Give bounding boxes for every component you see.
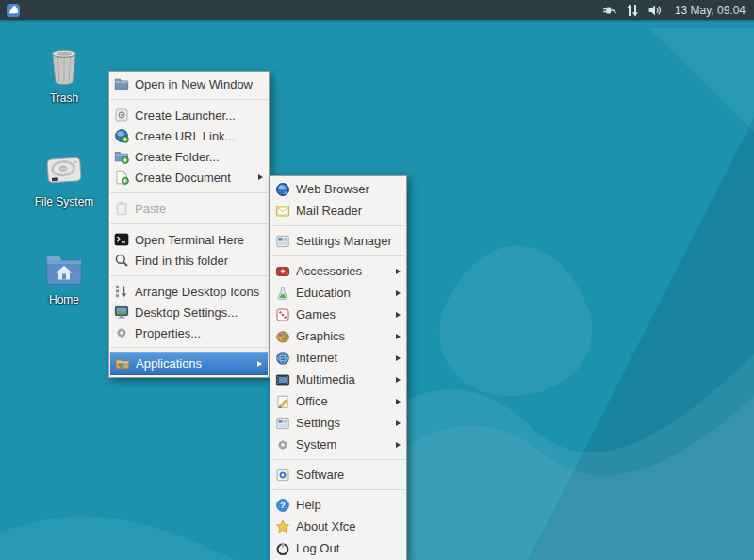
menu-item-games[interactable]: Games <box>270 304 406 325</box>
graphics-icon <box>275 329 290 344</box>
desktop-settings-icon <box>114 305 129 320</box>
menu-item-create-document[interactable]: Create Document <box>109 167 269 188</box>
menu-item-label: Internet <box>296 351 390 365</box>
menu-separator <box>110 275 268 276</box>
menu-item-label: About Xfce <box>296 519 401 534</box>
submenu-arrow-icon <box>396 355 401 361</box>
launcher-icon <box>114 107 129 123</box>
top-panel: 13 May, 09:04 <box>0 0 754 20</box>
power-plug-icon[interactable] <box>602 2 618 18</box>
menu-separator <box>110 99 268 100</box>
submenu-arrow-icon <box>396 442 401 448</box>
menu-separator <box>271 459 405 460</box>
menu-item-label: Log Out <box>296 541 401 555</box>
office-icon <box>275 394 290 409</box>
settings-manager-icon <box>275 234 290 249</box>
menu-separator <box>110 192 268 193</box>
menu-item-create-url-link[interactable]: Create URL Link... <box>109 125 269 146</box>
education-icon <box>275 286 290 301</box>
menu-item-office[interactable]: Office <box>270 390 406 412</box>
panel-clock[interactable]: 13 May, 09:04 <box>675 4 746 17</box>
submenu-arrow-icon <box>396 312 401 318</box>
new-document-icon <box>114 170 129 185</box>
about-xfce-icon <box>275 519 290 535</box>
software-icon <box>275 468 290 483</box>
menu-item-label: Settings <box>296 416 390 430</box>
desktop-icon-trash[interactable]: Trash <box>34 45 94 105</box>
menu-item-mail-reader[interactable]: Mail Reader <box>270 200 406 222</box>
settings-icon <box>275 416 290 431</box>
submenu-arrow-icon <box>396 334 401 339</box>
menu-item-label: Create Launcher... <box>135 108 263 123</box>
system-icon <box>275 437 290 453</box>
arrange-icons-icon <box>114 284 129 299</box>
menu-separator <box>271 489 405 490</box>
search-icon <box>114 253 129 268</box>
menu-item-label: Applications <box>136 356 252 371</box>
menu-item-label: Help <box>296 498 401 512</box>
menu-item-software[interactable]: Software <box>270 464 406 486</box>
submenu-arrow-icon <box>396 269 401 274</box>
gear-icon <box>114 325 129 340</box>
menu-item-label: Mail Reader <box>296 204 401 218</box>
menu-item-open-in-new-window[interactable]: Open in New Window <box>109 74 269 94</box>
desktop-icon-label: Home <box>49 293 79 306</box>
network-arrows-icon[interactable] <box>625 2 641 18</box>
menu-item-label: Find in this folder <box>135 254 263 268</box>
menu-item-label: Games <box>296 307 390 321</box>
menu-item-label: Paste <box>135 202 263 216</box>
menu-item-desktop-settings[interactable]: Desktop Settings... <box>109 302 269 322</box>
menu-item-web-browser[interactable]: Web Browser <box>270 178 406 200</box>
menu-item-arrange-desktop-icons[interactable]: Arrange Desktop Icons <box>109 281 269 302</box>
menu-item-internet[interactable]: Internet <box>270 347 406 369</box>
menu-item-graphics[interactable]: Graphics <box>270 325 406 347</box>
submenu-arrow-icon <box>396 290 401 296</box>
menu-item-help[interactable]: ?Help <box>270 494 406 516</box>
volume-icon[interactable] <box>647 2 664 18</box>
menu-item-label: Desktop Settings... <box>135 305 263 320</box>
menu-item-about-xfce[interactable]: About Xfce <box>270 516 406 537</box>
menu-item-label: Graphics <box>296 329 390 343</box>
menu-item-create-launcher[interactable]: Create Launcher... <box>109 105 269 125</box>
submenu-arrow-icon <box>258 174 263 180</box>
submenu-arrow-icon <box>396 420 401 426</box>
menu-item-applications[interactable]: Applications <box>110 352 268 375</box>
desktop[interactable]: { "panel": { "clock": "13 May, 09:04", "… <box>0 0 754 560</box>
desktop-icon-home[interactable]: Home <box>34 247 94 306</box>
desktop-icon-label: File System <box>35 195 94 208</box>
menu-item-label: Accessories <box>296 264 390 278</box>
menu-separator <box>271 225 405 226</box>
menu-item-label: Open in New Window <box>135 77 263 91</box>
filesystem-icon <box>43 149 85 190</box>
menu-item-system[interactable]: System <box>270 434 406 455</box>
desktop-icon-file-system[interactable]: File System <box>34 149 94 208</box>
menu-item-properties[interactable]: Properties... <box>109 322 269 343</box>
menu-item-label: Create Document <box>135 171 253 185</box>
svg-text:?: ? <box>280 500 286 510</box>
menu-item-education[interactable]: Education <box>270 282 406 304</box>
menu-separator <box>271 255 405 256</box>
desktop-context-menu: Open in New WindowCreate Launcher...Crea… <box>108 71 270 378</box>
menu-item-settings[interactable]: Settings <box>270 412 406 434</box>
xfce-menu-icon[interactable] <box>5 2 21 18</box>
menu-item-label: Create URL Link... <box>135 129 263 143</box>
menu-item-label: Software <box>296 468 401 482</box>
help-icon: ? <box>275 498 290 513</box>
submenu-arrow-icon <box>257 361 262 367</box>
trash-icon <box>43 45 85 87</box>
menu-item-label: Create Folder... <box>135 150 263 164</box>
menu-item-find-in-this-folder[interactable]: Find in this folder <box>109 250 269 271</box>
folder-open-icon <box>114 76 129 91</box>
menu-item-label: Settings Manager <box>296 234 401 248</box>
menu-item-accessories[interactable]: Accessories <box>270 260 406 282</box>
menu-item-create-folder[interactable]: Create Folder... <box>109 146 269 167</box>
new-folder-icon <box>114 149 129 164</box>
games-icon <box>275 307 290 322</box>
menu-item-label: Open Terminal Here <box>135 233 263 247</box>
web-browser-icon <box>275 182 290 197</box>
menu-item-log-out[interactable]: Log Out <box>270 537 406 559</box>
menu-item-multimedia[interactable]: Multimedia <box>270 369 406 390</box>
menu-item-open-terminal-here[interactable]: Open Terminal Here <box>109 229 269 250</box>
menu-item-label: Properties... <box>135 326 263 340</box>
menu-item-settings-manager[interactable]: Settings Manager <box>270 230 406 252</box>
